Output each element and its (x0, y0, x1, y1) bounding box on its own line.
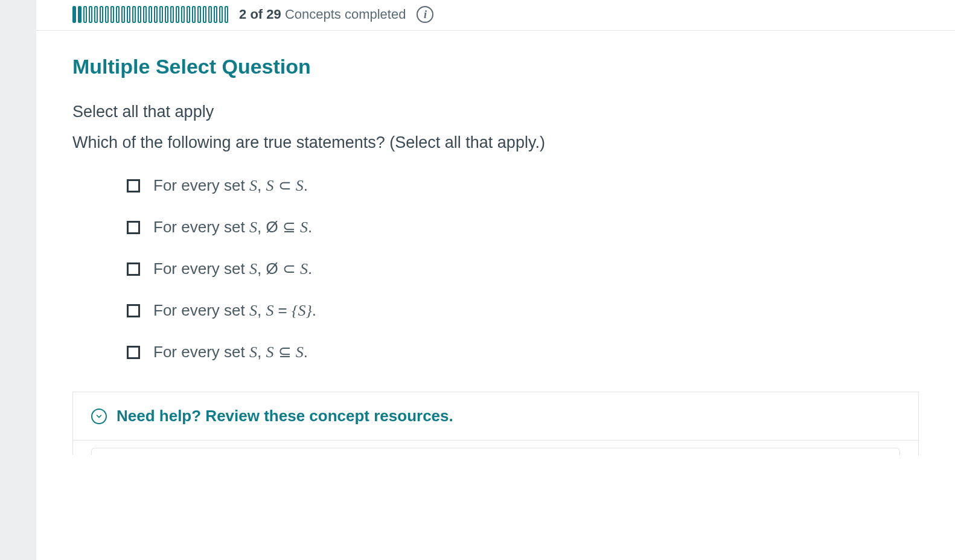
progress-segment (192, 6, 196, 23)
progress-segment (225, 6, 228, 23)
info-icon[interactable]: i (417, 6, 433, 23)
option-label: For every set S, Ø ⊂ S. (153, 259, 312, 278)
option-label: For every set S, Ø ⊆ S. (153, 218, 312, 237)
progress-segment (116, 6, 120, 23)
option-checkbox[interactable] (127, 179, 140, 192)
option-label: For every set S, S ⊆ S. (153, 343, 308, 361)
progress-segment (89, 6, 92, 23)
progress-segment (181, 6, 185, 23)
progress-segment (159, 6, 163, 23)
options-list: For every set S, S ⊂ S.For every set S, … (72, 176, 919, 361)
option-checkbox[interactable] (127, 221, 140, 234)
progress-segment (154, 6, 158, 23)
question-body: Multiple Select Question Select all that… (36, 31, 955, 455)
help-panel-label: Need help? Review these concept resource… (117, 407, 453, 425)
progress-segment (197, 6, 201, 23)
progress-total-count: 29 (266, 7, 281, 22)
progress-segment (138, 6, 141, 23)
option-row[interactable]: For every set S, S ⊆ S. (127, 343, 919, 361)
progress-text: 2 of 29 Concepts completed (239, 7, 406, 22)
option-checkbox[interactable] (127, 346, 140, 359)
resource-card-peek (91, 448, 900, 455)
progress-segment (187, 6, 190, 23)
option-row[interactable]: For every set S, S = {S}. (127, 301, 919, 320)
progress-segment (176, 6, 179, 23)
progress-of-word: of (250, 7, 263, 22)
progress-segment (100, 6, 103, 23)
option-label: For every set S, S ⊂ S. (153, 176, 308, 195)
progress-segment (165, 6, 168, 23)
question-type-title: Multiple Select Question (72, 55, 919, 78)
progress-segment (149, 6, 152, 23)
option-checkbox[interactable] (127, 304, 140, 317)
progress-segment (143, 6, 147, 23)
progress-segment (170, 6, 174, 23)
progress-segment (105, 6, 109, 23)
option-label: For every set S, S = {S}. (153, 301, 316, 320)
progress-segment (78, 6, 81, 23)
progress-segment (132, 6, 136, 23)
progress-segment (94, 6, 98, 23)
help-panel-toggle[interactable]: Need help? Review these concept resource… (72, 392, 919, 441)
progress-segment (72, 6, 76, 23)
progress-label-tail: Concepts completed (285, 7, 406, 22)
progress-segment (83, 6, 87, 23)
progress-segment (219, 6, 223, 23)
progress-segments (72, 6, 228, 23)
progress-segment (208, 6, 212, 23)
progress-header: 2 of 29 Concepts completed i (36, 0, 955, 31)
page-container: 2 of 29 Concepts completed i Multiple Se… (36, 0, 955, 560)
resource-card-strip (72, 441, 919, 455)
progress-segment (127, 6, 130, 23)
progress-segment (203, 6, 206, 23)
question-instructions: Select all that apply (72, 103, 919, 121)
question-prompt: Which of the following are true statemen… (72, 133, 919, 152)
option-checkbox[interactable] (127, 262, 140, 276)
chevron-down-icon (91, 409, 107, 424)
progress-segment (121, 6, 125, 23)
progress-segment (214, 6, 217, 23)
option-row[interactable]: For every set S, Ø ⊆ S. (127, 218, 919, 237)
option-row[interactable]: For every set S, S ⊂ S. (127, 176, 919, 195)
progress-done-count: 2 (239, 7, 246, 22)
progress-segment (110, 6, 114, 23)
option-row[interactable]: For every set S, Ø ⊂ S. (127, 259, 919, 278)
